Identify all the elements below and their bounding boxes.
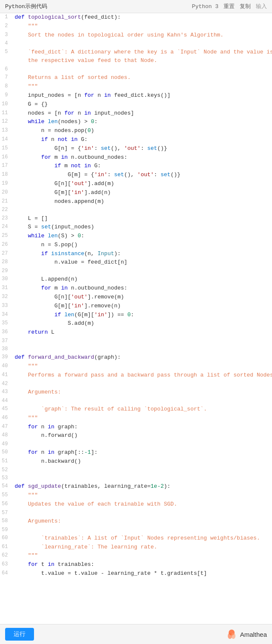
line-number: 35 (0, 319, 13, 328)
run-button[interactable]: 运行 (5, 628, 34, 641)
line-number: 20 (0, 188, 13, 197)
line-number: 11 (0, 109, 13, 118)
line-number: 4 (0, 39, 13, 48)
line-code: if m not in G: (13, 162, 272, 171)
input-label: 输入 (256, 3, 267, 10)
table-row: 48 n.forward() (0, 431, 272, 440)
line-number: 27 (0, 250, 13, 259)
line-number: 58 (0, 517, 13, 526)
line-number: 44 (0, 397, 13, 405)
line-code (13, 65, 272, 73)
line-code: """ (13, 82, 272, 91)
footer: 运行 Amalthea (0, 624, 272, 644)
line-number: 64 (0, 569, 13, 578)
table-row: 10 G = {} (0, 100, 272, 109)
line-code: `learning_rate`: The learning rate. (13, 543, 272, 552)
line-code: def forward_and_backward(graph): (13, 353, 272, 362)
line-number: 49 (0, 440, 13, 448)
line-code (13, 440, 272, 448)
table-row: 35 S.add(m) (0, 319, 272, 328)
line-code: """ (13, 414, 272, 423)
header: Python示例代码 Python 3 重置 复制 输入 (0, 0, 272, 13)
table-row: 20 G[m]['in'].add(n) (0, 188, 272, 197)
table-row: 29 (0, 267, 272, 275)
table-row: 44 (0, 397, 272, 405)
table-row: 7 Returns a list of sorted nodes. (0, 73, 272, 82)
line-code (13, 509, 272, 517)
table-row: 4 (0, 39, 272, 48)
line-code: Performs a forward pass and a backward p… (13, 371, 272, 380)
line-code: Returns a list of sorted nodes. (13, 73, 272, 82)
line-number: 39 (0, 353, 13, 362)
logo-area: Amalthea (226, 628, 267, 640)
line-code: `graph`: The result of calling `topologi… (13, 405, 272, 414)
table-row: the respective value feed to that Node. (0, 56, 272, 65)
line-number: 32 (0, 293, 13, 302)
line-number: 15 (0, 144, 13, 153)
line-code: Sort the nodes in topological order usin… (13, 31, 272, 40)
line-number: 47 (0, 423, 13, 432)
table-row: 40 """ (0, 362, 272, 371)
line-number: 54 (0, 482, 13, 491)
table-row: 54def sgd_update(trainables, learning_ra… (0, 482, 272, 491)
line-number: 38 (0, 345, 13, 353)
line-code: for t in trainables: (13, 560, 272, 569)
line-number: 19 (0, 180, 13, 188)
table-row: 50 for n in graph[::-1]: (0, 448, 272, 457)
table-row: 39def forward_and_backward(graph): (0, 353, 272, 362)
line-number: 10 (0, 100, 13, 109)
line-code: return L (13, 328, 272, 337)
table-row: 32 G[n]['out'].remove(m) (0, 293, 272, 302)
line-code: L = [] (13, 214, 272, 223)
line-number: 60 (0, 534, 13, 543)
table-row: 34 if len(G[m]['in']) == 0: (0, 311, 272, 320)
table-row: 30 L.append(n) (0, 275, 272, 284)
table-row: 5 `feed_dict`: A dictionary where the ke… (0, 48, 272, 57)
table-row: 31 for m in n.outbound_nodes: (0, 284, 272, 293)
line-number: 46 (0, 414, 13, 423)
table-row: 27 if isinstance(n, Input): (0, 250, 272, 259)
table-row: 51 n.backward() (0, 457, 272, 466)
line-number: 42 (0, 380, 13, 388)
line-number: 62 (0, 551, 13, 560)
table-row: 36 return L (0, 328, 272, 337)
line-number: 13 (0, 127, 13, 135)
line-code (13, 206, 272, 214)
line-number: 18 (0, 171, 13, 180)
line-code: while len(nodes) > 0: (13, 118, 272, 127)
line-number: 37 (0, 337, 13, 345)
line-number: 50 (0, 448, 13, 457)
table-row: 53 (0, 474, 272, 482)
table-row: 21 nodes.append(m) (0, 197, 272, 206)
line-number: 57 (0, 509, 13, 517)
line-number: 34 (0, 311, 13, 320)
line-number: 31 (0, 284, 13, 293)
line-number: 43 (0, 388, 13, 397)
table-row: 43 Arguments: (0, 388, 272, 397)
table-row: 25 while len(S) > 0: (0, 232, 272, 241)
line-number: 14 (0, 135, 13, 144)
line-number: 40 (0, 362, 13, 371)
copy-button[interactable]: 复制 (240, 3, 251, 10)
line-code: def topological_sort(feed_dict): (13, 13, 272, 22)
line-code: n.forward() (13, 431, 272, 440)
line-code: """ (13, 491, 272, 500)
line-number: 55 (0, 491, 13, 500)
table-row: 61 `learning_rate`: The learning rate. (0, 543, 272, 552)
line-number: 2 (0, 22, 13, 31)
line-code (13, 345, 272, 353)
table-row: 60 `trainables`: A list of `Input` Nodes… (0, 534, 272, 543)
line-number: 36 (0, 328, 13, 337)
table-row: 23 L = [] (0, 214, 272, 223)
table-row: 2 """ (0, 22, 272, 31)
line-code: G[m] = {'in': set(), 'out': set()} (13, 171, 272, 180)
line-number: 6 (0, 65, 13, 73)
reset-button[interactable]: 重置 (224, 3, 235, 10)
line-code: Updates the value of each trainable with… (13, 500, 272, 509)
line-number: 28 (0, 258, 13, 267)
line-code: input_nodes = [n for n in feed_dict.keys… (13, 91, 272, 100)
line-number: 52 (0, 466, 13, 474)
table-row: 13 n = nodes.pop(0) (0, 127, 272, 135)
line-code: nodes.append(m) (13, 197, 272, 206)
line-code: """ (13, 551, 272, 560)
